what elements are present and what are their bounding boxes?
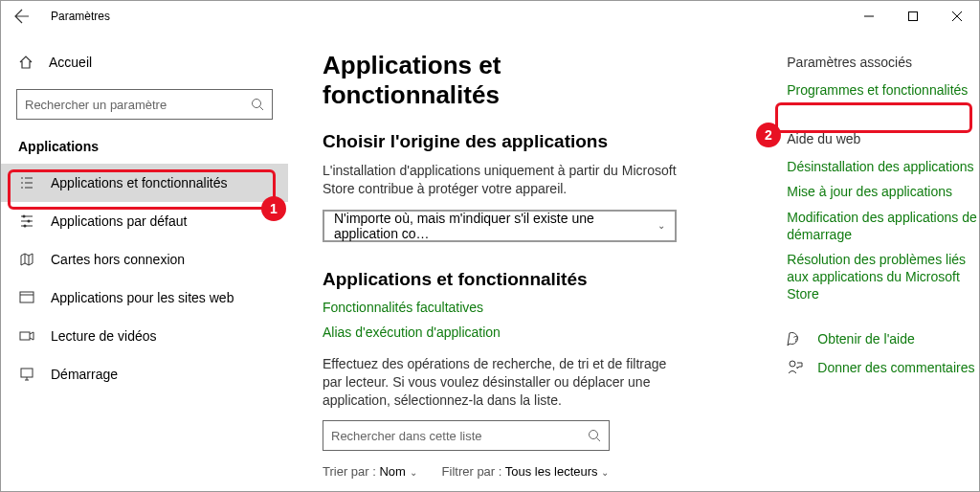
svg-rect-7 — [20, 292, 33, 302]
window-title: Paramètres — [51, 10, 110, 23]
search-placeholder: Rechercher un paramètre — [25, 98, 167, 112]
svg-line-3 — [260, 107, 264, 111]
maximize-button[interactable] — [891, 1, 935, 32]
sidebar-item-default-apps[interactable]: Applications par défaut — [1, 202, 288, 240]
sidebar-item-apps-features[interactable]: Applications et fonctionnalités — [1, 164, 288, 202]
sidebar-item-label: Lecture de vidéos — [51, 328, 157, 344]
svg-rect-10 — [21, 369, 33, 377]
webhelp-link[interactable]: Modification des applications de démarra… — [787, 209, 979, 243]
origin-description: L'installation d'applications uniquement… — [323, 162, 681, 198]
sort-by[interactable]: Trier par : Nom ⌄ — [323, 464, 417, 479]
apps-search-placeholder: Rechercher dans cette liste — [331, 429, 482, 443]
sidebar-item-startup[interactable]: Démarrage — [1, 355, 288, 393]
apps-search-input[interactable]: Rechercher dans cette liste — [323, 420, 610, 451]
svg-point-2 — [253, 100, 261, 108]
webhelp-link[interactable]: Mise à jour des applications — [787, 183, 979, 200]
svg-line-12 — [597, 438, 601, 442]
svg-point-4 — [23, 215, 26, 218]
page-title: Applications et fonctionnalités — [323, 51, 681, 110]
sidebar-section-header: Applications — [1, 133, 288, 164]
feedback-icon — [787, 359, 806, 376]
apps-heading: Applications et fonctionnalités — [323, 269, 681, 290]
search-icon — [588, 429, 601, 442]
startup-icon — [18, 366, 35, 383]
combo-value: N'importe où, mais m'indiquer s'il exist… — [334, 211, 657, 241]
search-input[interactable]: Rechercher un paramètre — [16, 89, 273, 120]
sidebar-item-label: Cartes hors connexion — [51, 252, 185, 267]
sidebar-home-label: Accueil — [49, 55, 92, 70]
minimize-button[interactable] — [847, 1, 891, 32]
sidebar-item-label: Applications pour les sites web — [51, 290, 234, 305]
webhelp-link[interactable]: Désinstallation des applications — [787, 158, 979, 175]
sidebar-item-video[interactable]: Lecture de vidéos — [1, 317, 288, 355]
svg-point-11 — [590, 431, 598, 439]
main-content: Applications et fonctionnalités Choisir … — [288, 32, 979, 491]
close-button[interactable] — [935, 1, 979, 32]
sidebar: Accueil Rechercher un paramètre Applicat… — [1, 32, 288, 491]
apps-description: Effectuez des opérations de recherche, d… — [323, 355, 681, 410]
search-icon — [251, 98, 264, 111]
programs-features-link[interactable]: Programmes et fonctionnalités — [787, 81, 979, 99]
sidebar-item-apps-websites[interactable]: Applications pour les sites web — [1, 279, 288, 317]
origin-combobox[interactable]: N'importe où, mais m'indiquer s'il exist… — [323, 210, 677, 242]
help-icon: ? — [787, 330, 806, 347]
back-button[interactable] — [1, 1, 43, 32]
sidebar-home[interactable]: Accueil — [1, 43, 288, 81]
chevron-down-icon: ⌄ — [410, 467, 417, 478]
sidebar-item-label: Applications et fonctionnalités — [51, 175, 227, 190]
titlebar: Paramètres — [1, 1, 979, 32]
list-icon — [18, 174, 35, 191]
feedback-link[interactable]: Donner des commentaires — [787, 359, 979, 376]
sidebar-item-label: Applications par défaut — [51, 213, 187, 229]
filter-by[interactable]: Filtrer par : Tous les lecteurs ⌄ — [442, 464, 610, 479]
right-pane: Paramètres associés Programmes et foncti… — [787, 51, 979, 491]
get-help-link[interactable]: ? Obtenir de l'aide — [787, 330, 979, 347]
home-icon — [18, 55, 33, 70]
svg-point-6 — [24, 225, 27, 228]
webhelp-header: Aide du web — [787, 131, 979, 146]
svg-text:?: ? — [793, 334, 798, 344]
sidebar-item-offline-maps[interactable]: Cartes hors connexion — [1, 240, 288, 279]
chevron-down-icon: ⌄ — [657, 220, 665, 231]
svg-rect-9 — [20, 332, 30, 340]
svg-point-14 — [790, 361, 795, 367]
video-icon — [18, 327, 35, 345]
related-header: Paramètres associés — [787, 55, 979, 70]
website-icon — [18, 289, 35, 306]
defaults-icon — [18, 212, 35, 230]
apps-count: 180 application(s) trouvée(s) — [323, 490, 681, 491]
chevron-down-icon: ⌄ — [601, 467, 609, 478]
svg-point-5 — [28, 220, 31, 223]
map-icon — [18, 251, 35, 268]
origin-heading: Choisir l'origine des applications — [323, 131, 681, 152]
optional-features-link[interactable]: Fonctionnalités facultatives — [323, 300, 681, 315]
webhelp-link[interactable]: Résolution des problèmes liés aux applic… — [787, 251, 979, 303]
execution-alias-link[interactable]: Alias d'exécution d'application — [323, 324, 681, 340]
svg-rect-1 — [909, 12, 918, 21]
sidebar-item-label: Démarrage — [51, 367, 118, 382]
